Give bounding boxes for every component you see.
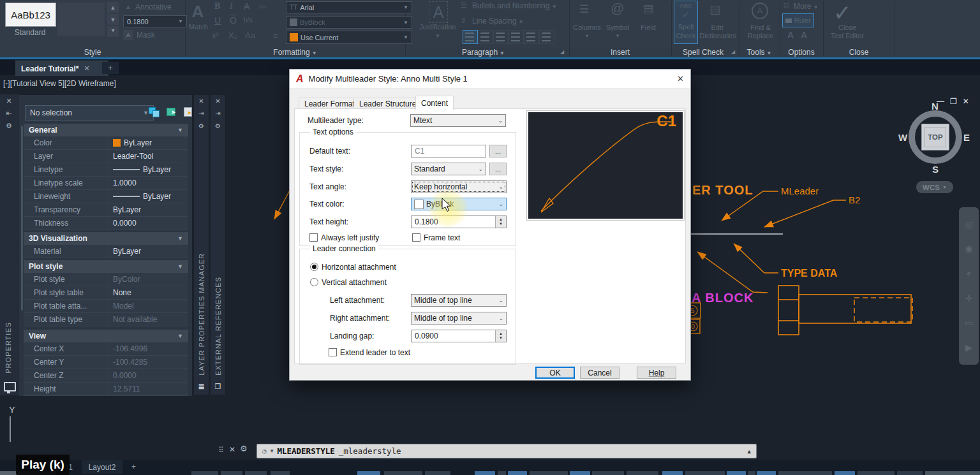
layer-properties-manager-palette[interactable]: ✕ ⇥ ⚙ LAYER PROPERTIES MANAGER ≣ xyxy=(193,94,209,395)
spinner-arrows[interactable]: ▲▼ xyxy=(495,330,506,342)
status-bar-icon[interactable] xyxy=(530,471,568,475)
align-justify-button[interactable] xyxy=(509,30,524,44)
command-close-icon[interactable]: ✕ xyxy=(229,445,235,454)
navigation-wheel-icon[interactable]: ◎ xyxy=(965,219,972,230)
text-style-preview[interactable]: AaBb123 xyxy=(5,3,56,27)
new-tab-button[interactable]: + xyxy=(102,62,119,74)
font-combo[interactable]: TT Arial▼ xyxy=(286,1,412,13)
mleader-label[interactable]: MLeader xyxy=(781,186,819,196)
property-row-plot-style[interactable]: Plot styleByColor xyxy=(24,273,188,286)
external-references-palette[interactable]: ✕ ⇥ ⚙ EXTERNAL REFERENCES ❒ xyxy=(210,94,226,395)
ucs-icon[interactable] xyxy=(10,416,43,442)
bolt-hidden-thread[interactable] xyxy=(854,298,912,322)
command-grip-icon[interactable]: ⠿ xyxy=(218,446,224,455)
status-bar-icon[interactable] xyxy=(245,471,267,475)
overline-button[interactable]: O xyxy=(230,15,237,26)
drawing-tab[interactable]: Leader Tutorial* ✕ xyxy=(15,61,108,76)
paragraph-panel-label[interactable]: Paragraph▼ xyxy=(405,48,561,57)
frame-text-checkbox[interactable] xyxy=(412,233,420,242)
property-row-plot-style-table[interactable]: Plot style tableNone xyxy=(24,286,188,300)
property-row-center-y[interactable]: Center Y-100.4285 xyxy=(24,356,188,369)
command-line-input[interactable]: ◔ ▼ MLEADERSTYLE _mleaderstyle ▲ xyxy=(256,444,757,458)
showmotion-icon[interactable]: ▭ xyxy=(965,318,973,328)
status-bar-icon[interactable] xyxy=(748,471,755,475)
status-bar-icon[interactable] xyxy=(627,471,658,475)
align-default-button[interactable] xyxy=(539,30,554,44)
close-palette-icon[interactable]: ✕ xyxy=(211,98,225,105)
status-bar-icon[interactable] xyxy=(191,471,218,475)
dialog-titlebar[interactable]: A Modify Multileader Style: Anno Multi S… xyxy=(290,69,690,89)
line-spacing-button[interactable]: Line Spacing ▼ xyxy=(472,17,524,26)
align-right-button[interactable] xyxy=(493,30,509,44)
ruler-toggle[interactable]: Ruler xyxy=(782,13,814,27)
close-text-editor-button[interactable]: Close xyxy=(824,24,870,31)
text-style-browse-button[interactable]: ... xyxy=(489,163,507,175)
selection-dropdown[interactable]: No selection▼ xyxy=(25,105,154,121)
zoom-icon[interactable]: ⌖ xyxy=(967,268,972,279)
quick-select-button[interactable] xyxy=(147,106,160,117)
status-bar-icon[interactable] xyxy=(757,471,776,475)
annotative-toggle[interactable]: Annotative xyxy=(135,3,172,11)
bolt-shaft[interactable] xyxy=(799,295,911,323)
text-height-combo[interactable]: 0.1800▼ xyxy=(123,15,187,27)
navigation-bar[interactable]: ◎ ◉ ⌖ ✛ ▭ ▶ xyxy=(959,207,979,365)
use-current-combo[interactable]: Use Current▼ xyxy=(286,31,412,44)
help-button[interactable]: Help xyxy=(637,367,676,379)
block-leader-line[interactable] xyxy=(697,252,768,293)
section-3d-visualization[interactable]: 3D Visualization▼ xyxy=(24,232,188,245)
undo-redo-text-icons[interactable]: A A xyxy=(787,30,810,40)
type-data-label[interactable]: TYPE DATA xyxy=(781,268,838,279)
ok-button[interactable]: OK xyxy=(535,367,575,379)
style-panel-label[interactable]: Style xyxy=(0,48,185,57)
block-label[interactable]: A BLOCK xyxy=(692,291,754,305)
status-bar-icon[interactable] xyxy=(858,471,895,475)
play-motion-icon[interactable]: ▶ xyxy=(965,342,972,353)
er-tool-label[interactable]: ER TOOL xyxy=(692,183,754,197)
more-button[interactable]: More ▼ xyxy=(794,2,819,11)
palette-scrollbar[interactable] xyxy=(21,126,23,311)
status-bar-icon[interactable] xyxy=(498,471,506,475)
text-style-preview-slot[interactable] xyxy=(57,3,105,36)
property-row-center-x[interactable]: Center X-106.4996 xyxy=(24,342,188,356)
extend-leader-checkbox[interactable] xyxy=(329,348,337,356)
new-layout-button[interactable]: + xyxy=(131,462,136,471)
default-text-input[interactable]: C1 xyxy=(411,145,486,157)
status-bar-icon[interactable] xyxy=(727,471,746,475)
status-bar-icon[interactable] xyxy=(835,471,855,475)
align-distribute-button[interactable] xyxy=(524,30,539,44)
property-row-transparency[interactable]: TransparencyByLayer xyxy=(24,203,188,217)
symbol-button[interactable]: Symbol xyxy=(601,24,634,31)
property-row-lineweight[interactable]: LineweightByLayer xyxy=(24,190,188,203)
select-objects-button[interactable]: ➤ xyxy=(165,106,178,117)
edit-dictionaries-button[interactable]: Edit xyxy=(703,24,731,31)
status-bar-icon[interactable] xyxy=(475,471,495,475)
style-gallery-expand-button[interactable]: ⯆ xyxy=(107,26,119,37)
style-scroll-up-button[interactable]: ▲ xyxy=(107,2,119,13)
text-angle-combo[interactable]: Keep horizontal⌄ xyxy=(411,180,507,193)
compass-east[interactable]: E xyxy=(963,132,970,143)
italic-button[interactable]: I xyxy=(230,1,233,11)
mask-toggle[interactable]: Mask xyxy=(137,31,155,40)
command-customize-icon[interactable]: ⚙ xyxy=(240,444,248,453)
property-row-layer[interactable]: LayerLeader-Tool xyxy=(24,150,188,163)
formatting-panel-label[interactable]: Formatting▼ xyxy=(185,48,405,57)
landing-gap-spinner[interactable]: 0.0900▲▼ xyxy=(411,330,507,342)
dialog-close-icon[interactable]: ✕ xyxy=(677,74,684,84)
paragraph-dialog-launcher[interactable]: ◢ xyxy=(560,49,564,55)
field-button[interactable]: Field xyxy=(635,24,661,31)
style-scroll-down-button[interactable]: ▼ xyxy=(107,14,119,25)
close-palette-icon[interactable]: ✕ xyxy=(0,97,18,105)
b2-label[interactable]: B2 xyxy=(849,194,860,205)
restore-icon[interactable]: ❐ xyxy=(950,97,957,106)
status-bar-icon[interactable] xyxy=(778,471,832,475)
autohide-icon[interactable]: ⇥ xyxy=(211,110,225,117)
close-palette-icon[interactable]: ✕ xyxy=(194,98,209,105)
columns-button[interactable]: Columns xyxy=(569,24,605,31)
vertical-attachment-radio[interactable] xyxy=(310,278,318,286)
b2-leader-line[interactable] xyxy=(764,200,846,227)
spinner-arrows[interactable]: ▲▼ xyxy=(495,216,506,228)
status-bar-icon[interactable] xyxy=(897,471,923,475)
palette-menu-icon[interactable]: ⚙ xyxy=(211,122,225,129)
align-left-button[interactable] xyxy=(463,30,478,44)
status-bar-icon[interactable] xyxy=(508,471,527,475)
